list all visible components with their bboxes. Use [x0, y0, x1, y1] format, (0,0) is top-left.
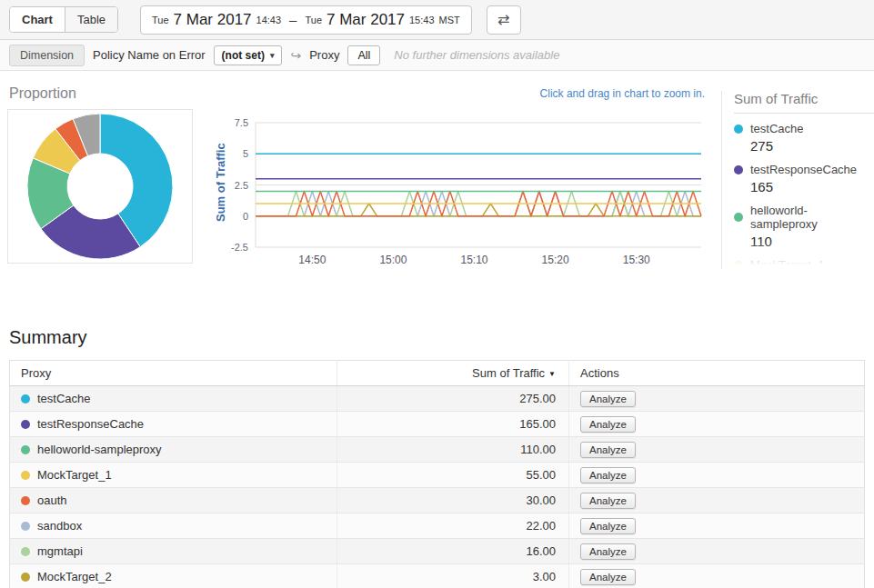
start-day: Tue — [152, 15, 169, 25]
series-color-dot — [21, 420, 30, 429]
line-chart-panel: Click and drag in chart to zoom in. Sum … — [214, 87, 705, 271]
proxy-name: testCache — [37, 392, 91, 405]
actions-cell: Analyze — [569, 513, 865, 539]
x-tick-label: 15:30 — [623, 254, 650, 266]
series-color-dot — [21, 471, 30, 480]
legend-title: Sum of Traffic — [734, 91, 874, 114]
end-time: 15:43 — [409, 15, 435, 25]
actions-cell: Analyze — [569, 564, 865, 588]
table-header-row: Proxy Sum of Traffic▼ Actions — [10, 361, 865, 386]
dimension-chip: Dimension — [9, 45, 85, 66]
table-row: sandbox22.00Analyze — [10, 513, 865, 539]
traffic-value-cell: 110.00 — [337, 437, 569, 463]
proxy-cell: helloworld-sampleproxy — [10, 437, 337, 463]
proxy-name: MockTarget_1 — [37, 468, 112, 482]
actions-cell: Analyze — [569, 463, 865, 488]
table-row: testCache275.00Analyze — [10, 386, 865, 412]
summary-table: Proxy Sum of Traffic▼ Actions testCache2… — [9, 360, 865, 588]
table-row: testResponseCache165.00Analyze — [10, 412, 865, 437]
proxy-cell: testResponseCache — [10, 412, 337, 437]
y-tick-label: 0 — [243, 211, 248, 222]
y-axis-label: Sum of Traffic — [214, 119, 227, 246]
end-date: 7 Mar 2017 — [326, 11, 405, 29]
legend-item-value: 165 — [750, 179, 874, 194]
date-range-picker[interactable]: Tue 7 Mar 2017 14:43 – Tue 7 Mar 2017 15… — [140, 5, 472, 35]
sum-column-label: Sum of Traffic — [472, 366, 545, 380]
proxy-name: MockTarget_2 — [37, 570, 112, 583]
summary-table-body: testCache275.00AnalyzetestResponseCache1… — [10, 386, 865, 588]
traffic-value-cell: 275.00 — [337, 386, 569, 412]
summary-title: Summary — [9, 327, 874, 348]
proportion-title: Proportion — [9, 85, 193, 102]
proxy-cell: MockTarget_1 — [10, 463, 337, 488]
proxy-name: helloworld-sampleproxy — [37, 443, 162, 456]
actions-cell: Analyze — [569, 539, 865, 564]
legend-item[interactable]: testCache275 — [734, 116, 874, 157]
legend-item-name: testResponseCache — [734, 163, 874, 176]
y-tick-label: 2.5 — [235, 180, 248, 191]
analyze-button[interactable]: Analyze — [580, 467, 636, 483]
chart-section: Proportion Click and drag in chart to zo… — [0, 84, 874, 322]
series-color-dot — [21, 496, 30, 505]
proxy-name: oauth — [37, 493, 67, 507]
proxy-label: Proxy — [309, 48, 339, 62]
y-tick-label: 7.5 — [235, 117, 248, 128]
analyze-button[interactable]: Analyze — [580, 569, 636, 585]
donut-chart[interactable] — [9, 111, 191, 262]
dimension-bar: Dimension Policy Name on Error (not set)… — [0, 40, 874, 71]
dimension-name: Policy Name on Error — [93, 48, 206, 62]
actions-cell: Analyze — [569, 488, 865, 513]
proxy-cell: mgmtapi — [10, 539, 337, 564]
traffic-value-cell: 30.00 — [337, 488, 569, 513]
column-header-proxy[interactable]: Proxy — [10, 361, 337, 386]
line-chart-area: Sum of Traffic 7.552.50-2.514:5015:0015:… — [214, 103, 705, 271]
chevron-down-icon: ▾ — [270, 51, 275, 60]
x-tick-label: 14:50 — [298, 254, 326, 266]
series-color-dot — [21, 547, 30, 556]
legend-item-name: helloworld-sampleproxy — [734, 204, 874, 231]
start-time: 14:43 — [256, 15, 282, 25]
refresh-button[interactable]: ⇄ — [487, 5, 521, 35]
legend-item[interactable]: testResponseCache165 — [734, 157, 874, 198]
traffic-line-chart[interactable]: 7.552.50-2.514:5015:0015:1015:2015:30 — [214, 103, 705, 271]
analyze-button[interactable]: Analyze — [580, 493, 636, 509]
table-row: helloworld-sampleproxy110.00Analyze — [10, 437, 865, 463]
legend-item-value: 275 — [750, 138, 874, 154]
table-row: MockTarget_23.00Analyze — [10, 564, 865, 588]
series-color-dot — [21, 522, 30, 531]
series-color-dot — [21, 394, 30, 404]
dimension-value-dropdown[interactable]: (not set) ▾ — [214, 45, 283, 65]
proxy-all-button[interactable]: All — [347, 45, 380, 65]
actions-cell: Analyze — [569, 386, 865, 412]
table-toggle-button[interactable]: Table — [65, 7, 117, 32]
table-row: mgmtapi16.00Analyze — [10, 539, 865, 564]
analyze-button[interactable]: Analyze — [580, 518, 636, 534]
timezone-label: MST — [439, 15, 460, 25]
actions-cell: Analyze — [569, 437, 865, 463]
chart-toggle-button[interactable]: Chart — [10, 7, 65, 32]
analyze-button[interactable]: Analyze — [580, 416, 636, 433]
y-tick-label: -2.5 — [231, 242, 248, 253]
traffic-value-cell: 16.00 — [337, 539, 569, 564]
table-row: oauth30.00Analyze — [10, 488, 865, 513]
summary-section: Summary Proxy Sum of Traffic▼ Actions te… — [0, 327, 874, 588]
y-tick-label: 5 — [243, 148, 248, 159]
proxy-cell: testCache — [10, 386, 337, 412]
column-header-sum-of-traffic[interactable]: Sum of Traffic▼ — [337, 361, 569, 386]
range-separator: – — [289, 12, 296, 27]
series-color-dot — [734, 125, 743, 134]
traffic-value-cell: 22.00 — [337, 513, 569, 539]
analyze-button[interactable]: Analyze — [580, 442, 636, 458]
view-toggle: Chart Table — [9, 6, 118, 33]
toolbar: Chart Table Tue 7 Mar 2017 14:43 – Tue 7… — [0, 0, 874, 40]
traffic-value-cell: 165.00 — [337, 412, 569, 437]
proxy-name: sandbox — [37, 519, 82, 533]
end-day: Tue — [305, 15, 322, 25]
proxy-cell: oauth — [10, 488, 337, 513]
column-header-actions[interactable]: Actions — [569, 361, 865, 386]
analyze-button[interactable]: Analyze — [580, 391, 636, 407]
drill-arrow-icon: ↪ — [290, 48, 301, 63]
analyze-button[interactable]: Analyze — [580, 543, 636, 560]
proxy-name: testResponseCache — [37, 417, 144, 431]
legend-fade-overlay — [722, 242, 874, 269]
